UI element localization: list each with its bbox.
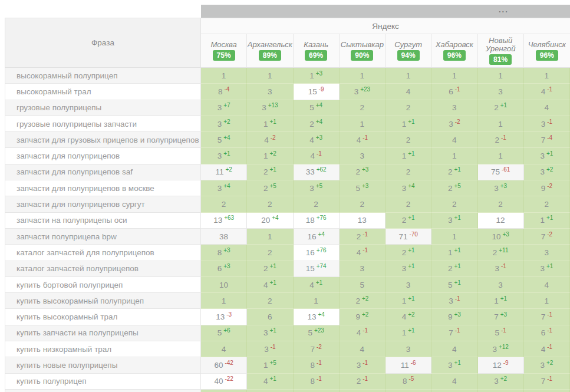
city-header[interactable]: Хабаровск96% bbox=[431, 34, 477, 67]
position-cell[interactable]: 7-1 bbox=[524, 374, 570, 390]
position-cell[interactable]: 33+62 bbox=[294, 164, 340, 180]
position-cell[interactable]: 3+23 bbox=[340, 84, 386, 100]
position-cell[interactable]: 1 bbox=[340, 68, 386, 84]
phrase-cell[interactable]: запчасти для полуприцепов сургут bbox=[5, 196, 201, 212]
position-cell[interactable]: 2 bbox=[386, 196, 431, 212]
position-cell[interactable]: 2+1 bbox=[386, 213, 431, 229]
position-cell[interactable]: 4+2 bbox=[386, 309, 431, 325]
position-cell[interactable]: 4-1 bbox=[340, 325, 386, 341]
position-cell[interactable]: 11+2 bbox=[201, 164, 247, 180]
position-cell[interactable]: 6-1 bbox=[431, 84, 477, 100]
position-cell[interactable]: 3 bbox=[524, 245, 570, 261]
position-cell[interactable]: 1 bbox=[431, 68, 477, 84]
position-cell[interactable]: 2 bbox=[247, 245, 293, 261]
position-cell[interactable]: 12 bbox=[478, 213, 524, 229]
position-cell[interactable]: 15+74 bbox=[294, 261, 340, 277]
position-cell[interactable]: 3-1 bbox=[247, 341, 293, 357]
position-cell[interactable]: 2 bbox=[431, 196, 477, 212]
position-cell[interactable]: 3+13 bbox=[247, 100, 293, 116]
position-cell[interactable]: 7-1 bbox=[524, 309, 570, 325]
position-cell[interactable]: 3+4 bbox=[386, 180, 431, 196]
phrase-cell[interactable]: купить высокорамный трал bbox=[5, 309, 201, 325]
position-cell[interactable]: 11-6 bbox=[386, 357, 431, 373]
position-cell[interactable]: 4 bbox=[431, 341, 477, 357]
position-cell[interactable]: 8-5 bbox=[386, 374, 431, 390]
position-cell[interactable]: 5+1 bbox=[431, 277, 477, 293]
position-cell[interactable]: 6-1 bbox=[524, 325, 570, 341]
position-cell[interactable]: 1 bbox=[431, 229, 477, 245]
position-cell[interactable]: 1+2 bbox=[247, 148, 293, 164]
position-cell[interactable]: 7-2 bbox=[524, 229, 570, 245]
position-cell[interactable]: 9+2 bbox=[340, 309, 386, 325]
position-cell[interactable]: 75-61 bbox=[478, 164, 524, 180]
phrase-cell[interactable]: купить бортовой полуприцеп bbox=[5, 277, 201, 293]
position-cell[interactable]: 1 bbox=[340, 116, 386, 132]
position-cell[interactable]: 1 bbox=[247, 229, 293, 245]
position-cell[interactable]: 3+1 bbox=[201, 148, 247, 164]
position-cell[interactable]: 2 bbox=[386, 132, 431, 148]
phrase-cell[interactable]: запчасти для полуприцепов в москве bbox=[5, 180, 201, 196]
position-cell[interactable]: 2+2 bbox=[340, 293, 386, 309]
position-cell[interactable]: 3+5 bbox=[294, 180, 340, 196]
position-cell[interactable]: 3+2 bbox=[201, 116, 247, 132]
position-cell[interactable]: 13+4 bbox=[294, 309, 340, 325]
position-cell[interactable]: 16+76 bbox=[294, 245, 340, 261]
position-cell[interactable]: 1+1 bbox=[524, 213, 570, 229]
position-cell[interactable]: 9-2 bbox=[524, 180, 570, 196]
position-cell[interactable]: 15-9 bbox=[294, 84, 340, 100]
position-cell[interactable]: 1 bbox=[201, 293, 247, 309]
phrase-cell[interactable]: запчасти на полуприцепы оси bbox=[5, 213, 201, 229]
phrase-cell[interactable] bbox=[5, 390, 201, 392]
phrase-cell[interactable]: запчасти для полуприцепов saf bbox=[5, 164, 201, 180]
position-cell[interactable]: 3+2 bbox=[478, 374, 524, 390]
position-cell[interactable]: 1 bbox=[201, 68, 247, 84]
position-cell[interactable]: 3 bbox=[431, 100, 477, 116]
position-cell[interactable]: 2+1 bbox=[431, 164, 477, 180]
position-cell[interactable]: 1 bbox=[524, 293, 570, 309]
position-cell[interactable]: 40-22 bbox=[201, 374, 247, 390]
position-cell[interactable]: 7-2 bbox=[294, 341, 340, 357]
phrase-cell[interactable]: высокорамный трал bbox=[5, 84, 201, 100]
position-cell[interactable]: 18+76 bbox=[294, 213, 340, 229]
position-cell[interactable]: 1 bbox=[524, 68, 570, 84]
position-cell[interactable]: 3+1 bbox=[386, 261, 431, 277]
position-cell[interactable]: 2-1 bbox=[340, 229, 386, 245]
phrase-cell[interactable]: купить новые полуприцепы bbox=[5, 357, 201, 373]
position-cell[interactable]: 4 bbox=[524, 277, 570, 293]
city-header[interactable]: Казань69% bbox=[294, 34, 340, 67]
position-cell[interactable]: 4-1 bbox=[340, 245, 386, 261]
position-cell[interactable]: 5+4 bbox=[294, 100, 340, 116]
position-cell[interactable] bbox=[201, 390, 247, 392]
position-cell[interactable]: 2 bbox=[478, 196, 524, 212]
position-cell[interactable]: 4 bbox=[524, 100, 570, 116]
position-cell[interactable]: 5+3 bbox=[340, 180, 386, 196]
position-cell[interactable]: 2+1 bbox=[247, 164, 293, 180]
phrase-cell[interactable]: запчасти для грузовых прицепов и полупри… bbox=[5, 132, 201, 148]
position-cell[interactable]: 2+11 bbox=[478, 245, 524, 261]
position-cell[interactable]: 1+1 bbox=[247, 116, 293, 132]
position-cell[interactable]: 2+5 bbox=[431, 180, 477, 196]
position-cell[interactable]: 1 bbox=[294, 293, 340, 309]
position-cell[interactable]: 12-9 bbox=[478, 357, 524, 373]
position-cell[interactable]: 60-42 bbox=[201, 357, 247, 373]
position-cell[interactable]: 4-1 bbox=[524, 84, 570, 100]
city-header[interactable]: Челябинск96% bbox=[524, 34, 570, 67]
position-cell[interactable]: 2 bbox=[524, 196, 570, 212]
phrase-cell[interactable]: каталог запчастей полуприцепов bbox=[5, 261, 201, 277]
position-cell[interactable]: 4+1 bbox=[247, 277, 293, 293]
position-cell[interactable]: 71-70 bbox=[386, 229, 431, 245]
phrase-cell[interactable]: каталог запчастей для полуприцепов bbox=[5, 245, 201, 261]
position-cell[interactable]: 3-1 bbox=[524, 116, 570, 132]
position-cell[interactable]: 3+2 bbox=[524, 357, 570, 373]
position-cell[interactable]: 5+4 bbox=[201, 132, 247, 148]
position-cell[interactable]: 9+3 bbox=[431, 309, 477, 325]
position-cell[interactable]: 1 bbox=[478, 68, 524, 84]
position-cell[interactable]: 1+1 bbox=[386, 148, 431, 164]
position-cell[interactable]: 4 bbox=[431, 374, 477, 390]
position-cell[interactable]: 4+1 bbox=[294, 277, 340, 293]
position-cell[interactable] bbox=[386, 390, 431, 392]
position-cell[interactable]: 3 bbox=[340, 148, 386, 164]
position-cell[interactable]: 2+1 bbox=[431, 261, 477, 277]
position-cell[interactable] bbox=[431, 390, 477, 392]
position-cell[interactable]: 1+3 bbox=[294, 68, 340, 84]
